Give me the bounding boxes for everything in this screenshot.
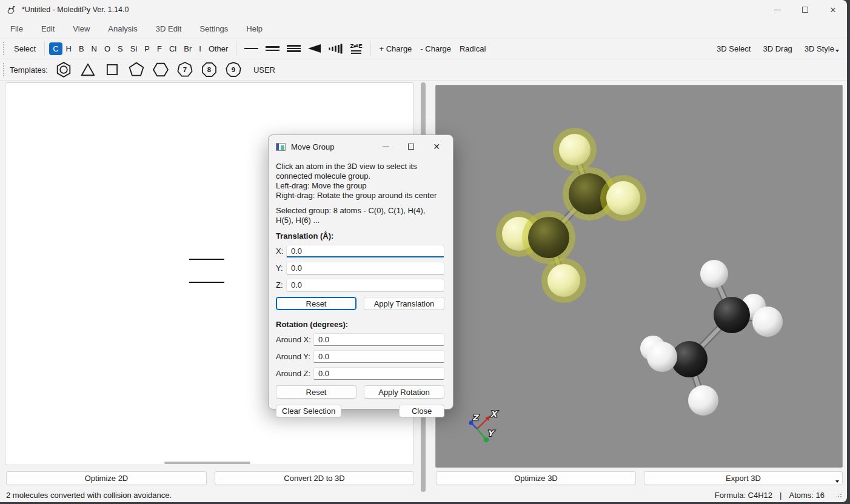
menu-file[interactable]: File — [10, 24, 23, 33]
ez-isomer-icon: Z⇌E — [350, 43, 362, 54]
status-separator: | — [780, 491, 781, 500]
convert-2d-to-3d-button[interactable]: Convert 2D to 3D — [215, 471, 414, 485]
element-button-b[interactable]: B — [75, 42, 88, 55]
template-user-button[interactable]: USER — [249, 64, 279, 76]
maximize-icon[interactable] — [791, 0, 819, 19]
toolbar-grip[interactable] — [2, 62, 5, 77]
element-button-h[interactable]: H — [62, 42, 75, 55]
rotation-label: Rotation (degrees): — [276, 320, 444, 329]
close-icon[interactable]: ✕ — [819, 0, 847, 19]
dialog-maximize-icon[interactable] — [398, 136, 424, 157]
hexagon-icon — [153, 62, 169, 78]
toolbar-separator — [370, 41, 371, 56]
template-hexagon-button[interactable] — [151, 61, 170, 79]
rotation-x-input[interactable] — [313, 333, 444, 346]
triple-bond-button[interactable] — [284, 44, 303, 53]
element-button-o[interactable]: O — [101, 42, 114, 55]
double-bond-button[interactable] — [263, 45, 282, 52]
element-button-n[interactable]: N — [88, 42, 101, 55]
menu-help[interactable]: Help — [246, 24, 263, 33]
square-icon — [104, 62, 120, 78]
element-button-c[interactable]: C — [49, 42, 62, 55]
rotation-z-input[interactable] — [313, 367, 444, 380]
svg-text:Z: Z — [472, 413, 480, 422]
dialog-minimize-icon[interactable] — [373, 136, 398, 157]
horizontal-scrollbar-thumb[interactable] — [164, 462, 250, 464]
instruction-line: Click an atom in the 3D view to select i… — [276, 162, 444, 181]
menu-edit[interactable]: Edit — [41, 24, 55, 33]
single-bond-icon — [244, 48, 258, 50]
select-tool-button[interactable]: Select — [10, 42, 40, 55]
app-window: *Untitled - MoleditPy Ver. 1.14.0 ✕ File… — [0, 0, 847, 502]
template-benzene-button[interactable] — [54, 61, 73, 79]
app-icon — [6, 5, 16, 15]
rotation-y-input[interactable] — [313, 350, 444, 363]
element-button-cl[interactable]: Cl — [166, 42, 180, 55]
export-dropdown-caret-icon — [835, 480, 839, 483]
element-button-f[interactable]: F — [153, 42, 166, 55]
template-square-button[interactable] — [102, 61, 122, 79]
menubar: File Edit View Analysis 3D Edit Settings… — [0, 19, 847, 38]
menu-settings[interactable]: Settings — [199, 24, 228, 33]
single-bond-button[interactable] — [242, 47, 261, 51]
3d-style-button[interactable]: 3D Style — [800, 42, 843, 55]
menu-view[interactable]: View — [73, 24, 90, 33]
toolbar-grip[interactable] — [2, 41, 5, 56]
export-3d-button[interactable]: Export 3D — [644, 471, 843, 485]
translation-x-input[interactable] — [286, 245, 444, 257]
pentagon-icon — [129, 62, 144, 78]
dialog-close-icon[interactable]: ✕ — [424, 136, 449, 157]
3d-drag-button[interactable]: 3D Drag — [758, 42, 796, 55]
svg-text:8: 8 — [207, 66, 211, 73]
view-3d[interactable]: XZY — [435, 85, 843, 468]
around-x-label: Around X: — [276, 335, 313, 344]
dialog-title: Move Group — [291, 142, 335, 151]
ez-isomer-button[interactable]: Z⇌E — [347, 42, 364, 55]
minus-charge-button[interactable]: - Charge — [416, 42, 455, 55]
optimize-3d-button[interactable]: Optimize 3D — [436, 471, 636, 485]
template-heptagon-button[interactable]: 7 — [175, 61, 195, 79]
translation-y-input[interactable] — [286, 262, 444, 274]
close-button[interactable]: Close — [399, 405, 444, 417]
z-label: Z: — [276, 280, 286, 290]
wedge-bond-button[interactable] — [306, 43, 323, 54]
template-triangle-button[interactable] — [78, 61, 98, 79]
menu-analysis[interactable]: Analysis — [108, 24, 137, 33]
element-button-si[interactable]: Si — [127, 42, 141, 55]
status-message: 2 molecules converted with collision avo… — [6, 491, 172, 500]
plus-charge-button[interactable]: + Charge — [375, 42, 417, 55]
benzene-icon — [56, 62, 72, 78]
clear-selection-button[interactable]: Clear Selection — [276, 405, 341, 417]
element-button-br[interactable]: Br — [180, 42, 195, 55]
apply-translation-button[interactable]: Apply Translation — [364, 297, 444, 310]
svg-text:Y: Y — [487, 429, 495, 438]
menu-3d-edit[interactable]: 3D Edit — [156, 24, 182, 33]
template-pentagon-button[interactable] — [127, 61, 146, 79]
svg-text:9: 9 — [232, 66, 235, 73]
element-button-p[interactable]: P — [141, 42, 153, 55]
svg-text:7: 7 — [183, 66, 187, 73]
templates-toolbar: Templates: — [0, 59, 847, 81]
hash-wedge-bond-button[interactable] — [326, 42, 345, 55]
status-formula: Formula: C4H12 — [715, 491, 772, 500]
svg-text:X: X — [490, 409, 498, 419]
rotation-reset-button[interactable]: Reset — [276, 385, 356, 399]
template-octagon-button[interactable]: 8 — [199, 61, 219, 79]
double-bond-icon — [266, 46, 279, 51]
element-button-other[interactable]: Other — [205, 42, 232, 55]
radical-button[interactable]: Radical — [455, 42, 490, 55]
optimize-2d-button[interactable]: Optimize 2D — [6, 471, 207, 485]
instruction-line: Right-drag: Rotate the group around its … — [276, 191, 444, 201]
resize-grip[interactable] — [835, 491, 842, 498]
chevron-down-icon — [835, 50, 839, 52]
element-button-i[interactable]: I — [195, 42, 205, 55]
move-group-dialog: Move Group ✕ Click an atom in the 3D vie… — [268, 134, 453, 409]
element-button-s[interactable]: S — [114, 42, 127, 55]
translation-z-input[interactable] — [286, 279, 444, 291]
minimize-icon[interactable] — [763, 0, 791, 19]
3d-select-button[interactable]: 3D Select — [712, 42, 755, 55]
around-y-label: Around Y: — [276, 352, 313, 361]
apply-rotation-button[interactable]: Apply Rotation — [364, 385, 444, 399]
translation-reset-button[interactable]: Reset — [276, 297, 356, 310]
template-nonagon-button[interactable]: 9 — [224, 61, 243, 79]
